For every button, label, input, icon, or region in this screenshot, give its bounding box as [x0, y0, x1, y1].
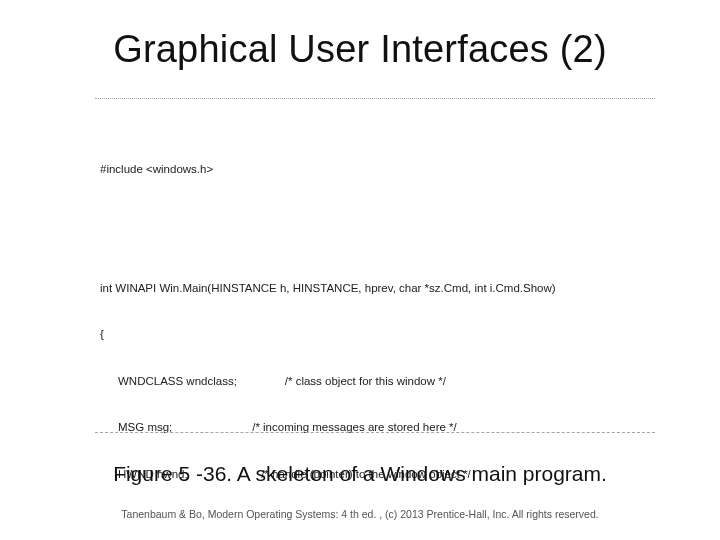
code-decl: int WINAPI Win.Main(HINSTANCE h, HINSTAN… — [100, 281, 650, 297]
separator-top — [95, 98, 655, 99]
separator-bottom — [95, 432, 655, 433]
code-line: WNDCLASS wndclass; /* class object for t… — [118, 374, 650, 390]
slide-title: Graphical User Interfaces (2) — [0, 28, 720, 71]
copyright-footer: Tanenbaum & Bo, Modern Operating Systems… — [0, 508, 720, 520]
code-include: #include <windows.h> — [100, 162, 650, 178]
code-line: MSG msg; /* incoming messages are stored… — [118, 420, 650, 436]
figure-caption: Figure 5 -36. A skeleton of a Windows ma… — [0, 462, 720, 486]
slide: Graphical User Interfaces (2) #include <… — [0, 0, 720, 540]
code-brace-open: { — [100, 327, 650, 343]
